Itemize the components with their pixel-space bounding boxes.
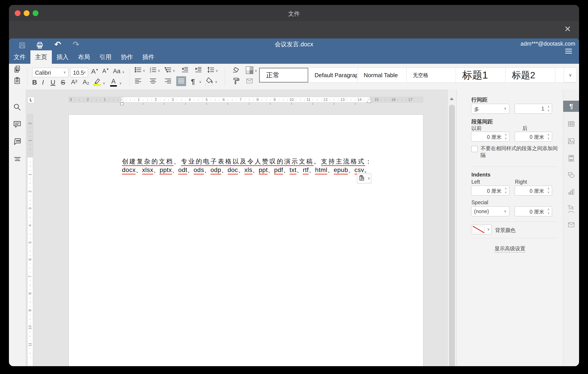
tab-主页[interactable]: 主页 [30, 50, 52, 64]
highlight-color-icon[interactable] [93, 78, 101, 86]
text-run[interactable]: 、 [296, 166, 303, 173]
text-run[interactable]: 、 [268, 166, 274, 173]
line-spacing-value-stepper[interactable]: 1 ∧∨ [515, 104, 552, 114]
chevron-down-icon[interactable]: ∨ [143, 69, 145, 73]
copy-icon[interactable] [13, 65, 21, 73]
tab-布局[interactable]: 布局 [73, 50, 95, 64]
numbered-list-icon[interactable]: 123 [149, 66, 157, 74]
first-line-indent-marker[interactable] [120, 97, 124, 99]
font-color-icon[interactable]: A [110, 78, 117, 87]
chevron-down-icon[interactable]: ∨ [119, 81, 122, 85]
chevron-down-icon[interactable]: ∨ [173, 69, 175, 73]
strikethrough-button[interactable]: S [61, 78, 65, 86]
text-run[interactable]: 、 [309, 166, 315, 173]
spellcheck-underlined-text[interactable]: 专业的电子表格以及令人赞叹的演示文稿 [181, 158, 314, 166]
header-footer-settings-icon[interactable] [567, 154, 575, 162]
underline-button[interactable]: U [51, 78, 55, 86]
scrollbar-thumb[interactable] [449, 105, 455, 366]
text-run[interactable]: 、 [187, 166, 194, 173]
tab-stop-selector[interactable]: L [28, 97, 34, 103]
nonprinting-chars-icon[interactable]: ¶ [191, 78, 195, 86]
font-name-select[interactable]: Calibri ∨ [32, 68, 68, 77]
spellcheck-underlined-text[interactable]: pdf [274, 166, 283, 175]
style-h2[interactable]: 标题2 [505, 68, 555, 83]
comments-icon[interactable] [13, 120, 21, 128]
textart-settings-icon[interactable]: Ta [567, 204, 575, 212]
stepper-arrows[interactable]: ∧∨ [504, 187, 508, 194]
align-left-icon[interactable] [134, 77, 142, 85]
text-run[interactable]: 、 [172, 166, 178, 173]
spellcheck-underlined-text[interactable]: odt [178, 166, 187, 175]
no-space-between-checkbox[interactable] [471, 146, 478, 152]
spellcheck-underlined-text[interactable]: 创建复杂的文档 [122, 158, 174, 166]
font-size-select[interactable]: 10.5 ∨ [70, 68, 88, 77]
paragraph-line[interactable]: docx、xlsx、pptx、odt、ods、odp、doc、xls、ppt、p… [122, 166, 371, 174]
tab-插入[interactable]: 插入 [52, 50, 73, 64]
advanced-settings-link[interactable]: 显示高级设置 [457, 245, 563, 252]
spellcheck-underlined-text[interactable]: docx [122, 166, 136, 175]
text-run[interactable]: 、 [238, 166, 244, 173]
paste-options-button[interactable]: ∨ [357, 173, 371, 183]
tab-文件[interactable]: 文件 [9, 50, 30, 64]
spellcheck-underlined-text[interactable]: txt [290, 166, 296, 175]
chevron-down-icon[interactable]: ∨ [215, 80, 217, 84]
text-run[interactable]: 。 [364, 166, 371, 173]
stepper-arrows[interactable]: ∧∨ [547, 105, 550, 112]
bullet-list-icon[interactable] [134, 66, 142, 74]
tab-插件[interactable]: 插件 [138, 50, 159, 64]
indent-special-by-stepper[interactable]: 0 厘米 ∧∨ [515, 207, 552, 216]
spacing-before-stepper[interactable]: 0 厘米 ∧∨ [471, 132, 509, 142]
spellcheck-underlined-text[interactable]: pptx [159, 166, 172, 175]
align-center-icon[interactable] [149, 77, 157, 85]
align-right-icon[interactable] [164, 77, 172, 85]
image-settings-icon[interactable] [567, 137, 575, 145]
text-run[interactable]: 、 [283, 166, 290, 173]
superscript-button[interactable]: A² [71, 78, 77, 86]
document-scrollbar[interactable] [448, 89, 457, 366]
search-icon[interactable] [13, 103, 21, 111]
style-default[interactable]: Default Paragraph [308, 68, 357, 83]
text-run[interactable]: 、 [204, 166, 210, 173]
shape-settings-icon[interactable] [567, 171, 575, 179]
style-nospace[interactable]: 无空格 [407, 68, 456, 83]
document-page[interactable]: 创建复杂的文档、专业的电子表格以及令人赞叹的演示文稿。支持主流格式： docx、… [69, 115, 423, 366]
paragraph-shading-icon[interactable] [206, 77, 213, 85]
hanging-indent-marker[interactable] [120, 100, 124, 102]
text-run[interactable]: 、 [327, 166, 334, 173]
text-run[interactable]: 、 [348, 166, 355, 173]
hamburger-menu-icon[interactable] [565, 49, 572, 54]
line-spacing-icon[interactable] [207, 66, 215, 74]
indent-right-stepper[interactable]: 0 厘米 ∧∨ [515, 186, 552, 196]
text-run[interactable]: 、 [153, 166, 160, 173]
spellcheck-underlined-text[interactable]: xlsx [142, 166, 153, 175]
decrease-indent-icon[interactable] [181, 66, 189, 74]
styles-gallery-expand[interactable]: ∨ [564, 67, 577, 82]
style-normal[interactable]: 正常 [259, 68, 308, 83]
indent-left-stepper[interactable]: 0 厘米 ∧∨ [471, 186, 509, 196]
stepper-arrows[interactable]: ∧∨ [504, 133, 508, 140]
chevron-down-icon[interactable]: ∨ [199, 80, 201, 84]
text-run[interactable]: 、 [136, 166, 142, 173]
text-run[interactable]: 、 [174, 158, 181, 165]
copy-style-icon[interactable] [232, 77, 240, 85]
line-spacing-select[interactable]: 多 ∨ [471, 104, 509, 114]
scroll-up-icon[interactable] [450, 98, 454, 100]
spellcheck-underlined-text[interactable]: epub [334, 166, 348, 175]
close-icon[interactable]: ✕ [564, 25, 571, 33]
increase-indent-icon[interactable] [195, 66, 202, 74]
increase-font-button[interactable]: A▲ [91, 67, 98, 75]
stepper-arrows[interactable]: ∧∨ [547, 207, 550, 215]
paste-icon[interactable] [13, 77, 21, 84]
spellcheck-underlined-text[interactable]: ods [194, 166, 204, 175]
text-run[interactable]: ： [365, 158, 373, 165]
chevron-down-icon[interactable]: ∨ [103, 81, 105, 85]
bold-button[interactable]: B [32, 78, 37, 86]
tab-协作[interactable]: 协作 [116, 50, 138, 64]
spellcheck-underlined-text[interactable]: odp [210, 166, 221, 175]
indent-special-select[interactable]: (none) ∨ [471, 207, 509, 216]
spellcheck-underlined-text[interactable]: html [315, 166, 327, 175]
spellcheck-underlined-text[interactable]: xls [244, 166, 252, 175]
change-case-button[interactable]: Aa ∨ [113, 68, 125, 75]
mail-merge-settings-icon[interactable] [567, 221, 575, 229]
chat-icon[interactable] [13, 137, 21, 146]
